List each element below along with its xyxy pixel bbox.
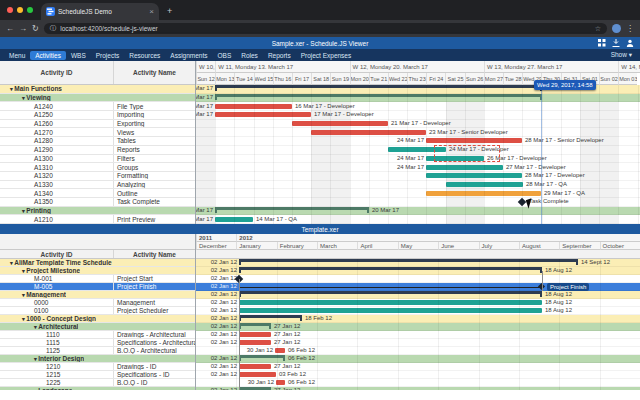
- summary-bar[interactable]: [239, 315, 302, 321]
- menu-item-reports[interactable]: Reports: [263, 51, 296, 60]
- table-row[interactable]: ▾ AliMar Template Time Schedule: [0, 259, 195, 267]
- gantt-bar[interactable]: [239, 364, 271, 369]
- table-row[interactable]: A1350Task Complete: [0, 198, 195, 207]
- minimize-window-button[interactable]: [17, 7, 23, 13]
- gantt-bar[interactable]: [215, 112, 311, 117]
- gantt-bar[interactable]: [426, 173, 522, 178]
- maximize-window-button[interactable]: [27, 7, 33, 13]
- site-info-icon[interactable]: ⓘ: [50, 24, 57, 33]
- table-row[interactable]: A1210Print Preview: [0, 215, 195, 224]
- grid-icon[interactable]: [598, 39, 606, 47]
- menu-item-resources[interactable]: Resources: [124, 51, 165, 60]
- menu-item-assignments[interactable]: Assignments: [165, 51, 212, 60]
- close-window-button[interactable]: [7, 7, 13, 13]
- gantt-bar[interactable]: [426, 191, 541, 196]
- address-bar[interactable]: ⓘ localhost:4200/schedule-js-viewer ☆: [44, 23, 607, 34]
- table-row[interactable]: A1330Analyzing: [0, 181, 195, 190]
- table-row[interactable]: ▾ 1000 - Concept Design: [0, 315, 195, 323]
- browser-tab[interactable]: ScheduleJS Demo ×: [41, 3, 159, 20]
- month-header-cell: June: [438, 242, 478, 250]
- table-row[interactable]: 0000Management: [0, 299, 195, 307]
- table-row[interactable]: ▾ Viewing: [0, 94, 195, 103]
- menu-item-project-expenses[interactable]: Project Expenses: [296, 51, 357, 60]
- summary-bar[interactable]: [215, 85, 542, 91]
- menu-item-obs[interactable]: OBS: [213, 51, 237, 60]
- table-row[interactable]: ▾ Management: [0, 291, 195, 299]
- gantt-bar[interactable]: [446, 182, 523, 187]
- summary-bar[interactable]: [239, 267, 542, 273]
- menu-item-roles[interactable]: Roles: [236, 51, 263, 60]
- menu-item-projects[interactable]: Projects: [91, 51, 124, 60]
- summary-bar[interactable]: [215, 94, 542, 100]
- table-row[interactable]: 1215Specifications - ID: [0, 371, 195, 379]
- table-row[interactable]: 0100Project Scheduler: [0, 307, 195, 315]
- download-icon[interactable]: [612, 39, 620, 47]
- gantt-bar[interactable]: [311, 130, 426, 135]
- table-row[interactable]: A1280Tables: [0, 137, 195, 146]
- table-row[interactable]: M-005Project Finish: [0, 283, 195, 291]
- summary-bar[interactable]: [239, 323, 271, 329]
- table-row[interactable]: ▾ Printing: [0, 207, 195, 216]
- summary-bar[interactable]: [215, 207, 369, 213]
- gantt-bar[interactable]: [215, 217, 253, 222]
- table-row[interactable]: ▾ Project Milestone: [0, 267, 195, 275]
- summary-bar[interactable]: [239, 291, 542, 297]
- table-row[interactable]: A1250Importing: [0, 111, 195, 120]
- activity-name: Task Complete: [114, 198, 195, 205]
- table-row[interactable]: M-001Project Start: [0, 275, 195, 283]
- table-row[interactable]: A1300Filters: [0, 155, 195, 164]
- table-row[interactable]: 1225B.O.Q - ID: [0, 379, 195, 387]
- gantt-bar[interactable]: [239, 332, 271, 337]
- activity-id: A1340: [0, 189, 114, 197]
- show-menu[interactable]: Show ▾: [611, 51, 636, 59]
- table-row[interactable]: A1260Exporting: [0, 120, 195, 129]
- gantt-bar[interactable]: [276, 380, 285, 385]
- new-tab-button[interactable]: +: [167, 3, 172, 20]
- table-row[interactable]: 1115Specifications - Architectural: [0, 339, 195, 347]
- table-row[interactable]: ▾ Main Functions: [0, 85, 195, 94]
- reload-button[interactable]: ↻: [32, 20, 39, 37]
- activity-id: M-001: [0, 275, 114, 282]
- table-row[interactable]: A1320Formatting: [0, 172, 195, 181]
- bar-start-label: 13 Mar 17: [196, 85, 213, 92]
- summary-bar[interactable]: [239, 387, 271, 390]
- activity-name: Drawings - Architectural: [114, 331, 195, 338]
- forward-button[interactable]: →: [19, 20, 27, 37]
- gantt-bar[interactable]: [239, 372, 276, 377]
- menu-item-activities[interactable]: Activities: [30, 51, 66, 60]
- gantt-bar[interactable]: [426, 165, 503, 170]
- header-spacer: [0, 234, 195, 250]
- user-icon[interactable]: [626, 39, 634, 47]
- table-row[interactable]: 1110Drawings - Architectural: [0, 331, 195, 339]
- gantt-bar[interactable]: [239, 308, 542, 313]
- gantt-bar[interactable]: [275, 348, 285, 353]
- close-tab-icon[interactable]: ×: [149, 7, 154, 16]
- table-row[interactable]: A1240File Type: [0, 102, 195, 111]
- browser-menu-icon[interactable]: ⋮: [626, 24, 634, 33]
- table-row[interactable]: A1270Views: [0, 128, 195, 137]
- group-name: Management: [26, 291, 66, 298]
- table-row[interactable]: A1290Reports: [0, 146, 195, 155]
- gantt-bar[interactable]: [215, 104, 292, 109]
- table-row[interactable]: 1210Drawings - ID: [0, 363, 195, 371]
- gantt-bar[interactable]: [292, 121, 388, 126]
- profile-avatar[interactable]: [612, 24, 621, 33]
- gantt-row: 02 Jan 1218 Aug 12: [196, 291, 640, 299]
- milestone-diamond[interactable]: [518, 198, 526, 206]
- table-row[interactable]: A1310Groups: [0, 163, 195, 172]
- table-row[interactable]: A1340Outline: [0, 189, 195, 198]
- table-row[interactable]: ▾ Landscape: [0, 387, 195, 390]
- bar-finish-label: 27 Jan 12: [274, 323, 300, 330]
- menu-item-menu[interactable]: Menu: [4, 51, 30, 60]
- bookmark-icon[interactable]: ☆: [595, 25, 601, 33]
- summary-bar[interactable]: [239, 355, 285, 361]
- menu-item-wbs[interactable]: WBS: [66, 51, 91, 60]
- gantt-bar[interactable]: [239, 300, 542, 305]
- gantt-bar[interactable]: [239, 340, 271, 345]
- table-row[interactable]: 1125B.O.Q - Architectural: [0, 347, 195, 355]
- gantt-bar[interactable]: [426, 138, 522, 143]
- back-button[interactable]: ←: [6, 20, 14, 37]
- table-row[interactable]: ▾ Interior Design: [0, 355, 195, 363]
- summary-bar[interactable]: [239, 259, 578, 265]
- table-row[interactable]: ▾ Architectural: [0, 323, 195, 331]
